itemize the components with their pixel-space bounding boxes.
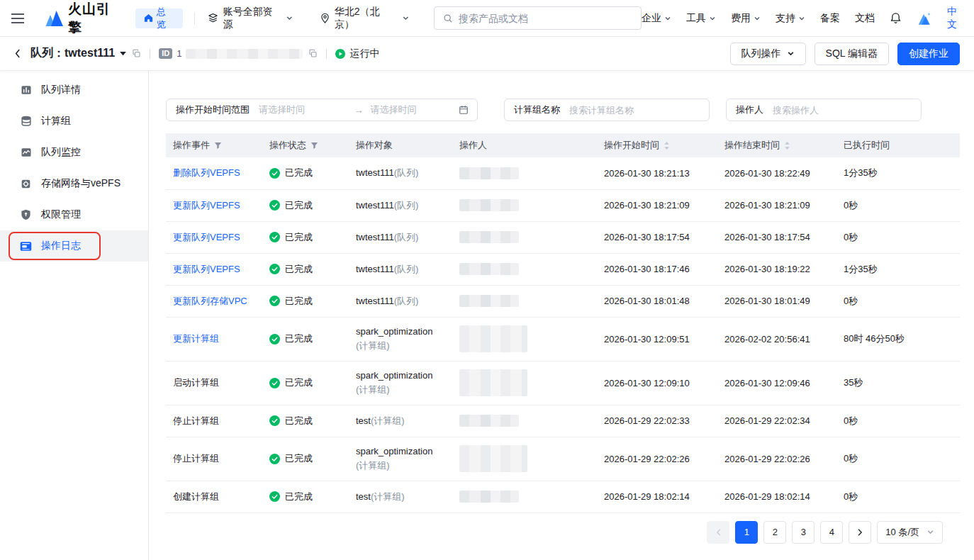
chevron-down-icon [664, 15, 671, 22]
sidebar-item-operation-log[interactable]: 操作日志 [0, 230, 148, 262]
language-toggle[interactable]: 中文 [947, 6, 958, 31]
duration-cell: 0秒 [836, 285, 960, 317]
operator-cell [452, 189, 597, 221]
layers-icon [208, 13, 218, 23]
duration-cell: 0秒 [836, 405, 960, 437]
page-button-1[interactable]: 1 [735, 521, 758, 544]
start-time-cell: 2026-01-29 18:02:14 [597, 481, 717, 513]
end-time-cell: 2026-01-29 22:02:26 [717, 437, 836, 481]
queue-actions-button[interactable]: 队列操作 [730, 43, 806, 65]
chevron-down-icon [709, 15, 716, 22]
main-content: 操作开始时间范围 请选择时间 → 请选择时间 计算组名称 操作人 [149, 71, 974, 560]
object-name: twtest111 [356, 167, 394, 178]
copy-name-icon[interactable] [132, 49, 141, 58]
time-range-filter[interactable]: 操作开始时间范围 请选择时间 → 请选择时间 [166, 99, 478, 121]
menu-enterprise[interactable]: 企业 [642, 12, 671, 25]
time-end-placeholder[interactable]: 请选择时间 [371, 103, 459, 116]
filter-icon[interactable] [214, 142, 222, 150]
shield-icon [20, 209, 32, 220]
sidebar-item-storage-vepfs[interactable]: 存储网络与vePFS [0, 168, 148, 199]
object-type: (计算组) [356, 383, 445, 397]
sidebar-item-label: 操作日志 [41, 240, 81, 252]
event-link[interactable]: 更新计算组 [173, 333, 219, 344]
event-link[interactable]: 更新队列存储VPC [173, 296, 247, 306]
event-link[interactable]: 更新队列VEPFS [173, 232, 240, 242]
status-cell: 已完成 [262, 157, 349, 189]
page-size-select[interactable]: 10 条/页 [877, 521, 943, 544]
hamburger-menu-icon[interactable] [11, 13, 24, 23]
object-name: twtest111 [356, 296, 394, 306]
brand-logo[interactable]: 火山引擎 [44, 0, 123, 37]
product-search-input[interactable] [459, 13, 632, 24]
page-button-3[interactable]: 3 [792, 521, 815, 544]
object-cell: twtest111(队列) [349, 253, 452, 285]
chevron-down-icon [798, 15, 805, 22]
sidebar-item-queue-monitoring[interactable]: 队列监控 [0, 137, 148, 168]
calendar-icon[interactable] [459, 105, 477, 115]
sidebar-item-permissions[interactable]: 权限管理 [0, 199, 148, 230]
time-start-placeholder[interactable]: 请选择时间 [259, 103, 347, 116]
page-button-4[interactable]: 4 [820, 521, 843, 544]
filter-icon[interactable] [310, 142, 318, 150]
chevron-down-icon [286, 14, 293, 22]
volcano-logo-icon [44, 11, 63, 26]
copy-id-icon[interactable] [308, 49, 318, 58]
overview-label: 总览 [157, 6, 174, 31]
search-icon [443, 13, 453, 23]
duration-cell: 1分35秒 [836, 157, 960, 189]
sidebar-item-queue-details[interactable]: 队列详情 [0, 74, 148, 106]
event-text: 启动计算组 [173, 377, 219, 388]
menu-docs[interactable]: 文档 [855, 12, 875, 25]
event-text: 停止计算组 [173, 453, 219, 464]
region-selector[interactable]: 华北2（北京） [320, 6, 410, 31]
overview-button[interactable]: 总览 [135, 9, 183, 28]
object-cell: test(计算组) [349, 481, 452, 513]
notification-bell-icon[interactable] [890, 12, 902, 24]
create-job-button[interactable]: 创建作业 [897, 43, 960, 65]
start-time-cell: 2026-01-29 22:02:33 [597, 405, 717, 437]
operation-log-table: 操作事件 操作状态 操作对象 操作人 操作开始时间 操作结束时间 已执行时间 删… [166, 133, 960, 513]
status-text: 已完成 [285, 199, 313, 212]
header-divider [326, 49, 327, 59]
start-time: 2026-01-29 18:02:14 [604, 491, 690, 502]
back-button[interactable] [14, 48, 21, 59]
status-cell: 已完成 [262, 361, 349, 405]
menu-icp[interactable]: 备案 [820, 12, 840, 25]
sort-icon[interactable] [784, 141, 790, 150]
menu-tools[interactable]: 工具 [686, 12, 716, 25]
sidebar-item-label: 队列详情 [41, 84, 81, 96]
col-event: 操作事件 [166, 133, 262, 157]
product-search-box[interactable] [434, 6, 642, 30]
sidebar-item-compute-groups[interactable]: 计算组 [0, 106, 148, 137]
start-time-cell: 2026-01-30 12:09:51 [597, 317, 717, 361]
duration-cell: 0秒 [836, 221, 960, 253]
operator-cell [452, 157, 597, 189]
end-time: 2026-01-30 18:01:49 [724, 296, 810, 306]
sort-icon[interactable] [664, 141, 670, 150]
check-circle-icon [269, 296, 280, 306]
menu-billing[interactable]: 费用 [731, 12, 761, 25]
end-time-cell: 2026-01-30 18:19:22 [717, 253, 836, 285]
bar-chart-icon [20, 84, 32, 96]
prev-page-button[interactable] [707, 521, 729, 544]
compute-group-filter[interactable]: 计算组名称 [504, 99, 710, 121]
title-dropdown-caret-icon[interactable] [120, 51, 126, 56]
user-avatar[interactable] [917, 11, 932, 25]
event-cell: 更新队列存储VPC [166, 285, 262, 317]
check-circle-icon [269, 200, 280, 211]
object-cell: twtest111(队列) [349, 221, 452, 253]
chevron-down-icon [787, 50, 795, 57]
resource-selector[interactable]: 账号全部资源 [208, 6, 293, 31]
next-page-button[interactable] [849, 521, 871, 544]
event-link[interactable]: 更新队列VEPFS [173, 264, 240, 274]
sql-editor-button[interactable]: SQL 编辑器 [815, 43, 889, 65]
page-button-2[interactable]: 2 [763, 521, 786, 544]
event-link[interactable]: 删除队列VEPFS [173, 167, 240, 178]
operator-search-input[interactable] [773, 105, 921, 116]
event-link[interactable]: 更新队列VEPFS [173, 200, 240, 211]
compute-group-search-input[interactable] [569, 105, 709, 116]
menu-support[interactable]: 支持 [776, 12, 805, 25]
operator-filter[interactable]: 操作人 [726, 99, 922, 121]
object-type: (队列) [394, 264, 419, 274]
status-text: 已完成 [285, 332, 313, 345]
